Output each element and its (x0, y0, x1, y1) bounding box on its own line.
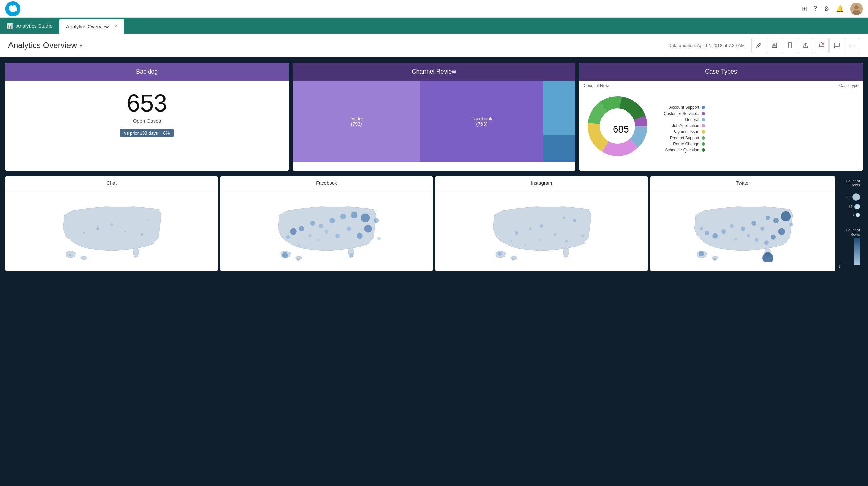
donut-chart: 685 (584, 92, 658, 167)
svg-point-60 (524, 244, 526, 247)
type-label: Case Type (839, 83, 859, 88)
badge-left-text: vs prior 180 days (124, 130, 158, 136)
legend-color-bar-section: Count of Rows 1 (838, 228, 860, 268)
treemap-other1[interactable] (543, 81, 575, 135)
backlog-body: 653 Open Cases vs prior 180 days 0% (5, 81, 289, 147)
twitter-count: (793) (351, 121, 362, 127)
svg-point-18 (81, 256, 87, 260)
legend-general-label: General (685, 117, 699, 122)
legend-customer-service-dot (702, 112, 705, 115)
map-twitter: Twitter (650, 176, 835, 271)
svg-point-17 (822, 43, 824, 45)
legend-value-14: 14 (848, 205, 852, 209)
legend-job-application: Job Application (664, 123, 705, 128)
case-header-row: Count of Rows Case Type (579, 81, 863, 88)
save-button[interactable] (767, 38, 782, 53)
tab-analytics-overview[interactable]: Analytics Overview × (59, 19, 124, 34)
legend-bar-labels: 1 (838, 265, 860, 268)
svg-point-32 (347, 227, 351, 231)
facebook-label: Facebook (471, 116, 492, 121)
case-types-header: Case Types (579, 63, 863, 81)
legend-customer-service: Customer Service... (664, 111, 705, 116)
svg-point-33 (329, 218, 335, 223)
user-avatar[interactable] (850, 3, 863, 15)
treemap-twitter[interactable]: Twitter (793) (293, 81, 420, 162)
grid-icon[interactable]: ⊞ (802, 5, 807, 13)
svg-point-82 (699, 251, 704, 256)
donut-total: 685 (613, 124, 629, 135)
legend-payment-issue-label: Payment Issue (672, 129, 699, 134)
tab-bar: 📊 Analytics Studio Analytics Overview × (0, 18, 868, 34)
map-twitter-body (650, 190, 835, 265)
svg-point-37 (290, 228, 297, 235)
svg-point-71 (741, 227, 745, 231)
legend-color-bar (854, 238, 860, 265)
bell-icon[interactable]: 🔔 (836, 5, 844, 13)
svg-point-4 (14, 7, 17, 11)
notify-button[interactable] (814, 38, 829, 53)
salesforce-logo[interactable] (5, 1, 20, 16)
treemap-other2[interactable] (543, 135, 575, 162)
legend-payment-issue-dot (702, 130, 705, 134)
svg-point-48 (350, 253, 353, 257)
legend-route-change-dot (702, 142, 705, 146)
case-types-legend: Account Support Customer Service... Gene… (664, 105, 705, 154)
backlog-number: 653 (126, 91, 167, 115)
legend-count-rows-label: Count of Rows (838, 179, 860, 187)
more-button[interactable]: ··· (845, 38, 860, 53)
toolbar: Analytics Overview ▾ Data updated: Apr 1… (0, 34, 868, 57)
nav-right: ⊞ ? ⚙ 🔔 (802, 3, 863, 15)
svg-point-72 (730, 224, 734, 228)
clip-button[interactable] (783, 38, 797, 53)
twitter-label: Twitter (350, 116, 363, 121)
legend-row-32: 32 (838, 193, 860, 201)
svg-point-67 (778, 228, 785, 235)
comment-button[interactable] (829, 38, 844, 53)
legend-route-change-label: Route Change (673, 142, 699, 146)
help-icon[interactable]: ? (814, 5, 817, 12)
share-button[interactable] (798, 38, 813, 53)
case-types-widget: Case Types Count of Rows Case Type (579, 63, 863, 171)
title-dropdown[interactable]: ▾ (80, 42, 82, 49)
svg-point-81 (700, 227, 703, 230)
backlog-widget: Backlog 653 Open Cases vs prior 180 days… (5, 63, 289, 171)
svg-point-44 (297, 244, 300, 247)
legend-route-change: Route Change (664, 142, 705, 146)
svg-point-62 (512, 258, 514, 261)
settings-icon[interactable]: ⚙ (824, 5, 829, 13)
map-legend-panel: Count of Rows 32 14 8 (835, 176, 863, 271)
svg-point-43 (286, 235, 290, 239)
maps-section: Chat (0, 176, 868, 277)
svg-point-27 (361, 213, 370, 222)
legend-payment-issue: Payment Issue (664, 129, 705, 134)
svg-point-46 (282, 252, 288, 258)
svg-point-74 (712, 233, 718, 238)
map-facebook: Facebook (220, 176, 433, 271)
channel-review-body: Twitter (793) Facebook (763) (293, 81, 576, 162)
svg-point-70 (751, 221, 756, 226)
svg-point-75 (705, 231, 709, 235)
legend-circle-14 (854, 204, 860, 209)
legend-value-8: 8 (852, 213, 854, 217)
legend-schedule-question: Schedule Question (664, 148, 705, 153)
tab-analytics-studio[interactable]: 📊 Analytics Studio (0, 18, 59, 34)
tab-close-button[interactable]: × (114, 24, 117, 29)
treemap-facebook[interactable]: Facebook (763) (420, 81, 544, 162)
svg-point-55 (515, 231, 518, 235)
main-content: Backlog 653 Open Cases vs prior 180 days… (0, 57, 868, 486)
edit-button[interactable] (751, 38, 766, 53)
svg-point-77 (755, 238, 758, 242)
treemap-right (543, 81, 575, 162)
toolbar-left: Analytics Overview ▾ (8, 41, 82, 50)
svg-point-64 (781, 211, 791, 221)
svg-point-24 (147, 220, 149, 221)
donut-center: 685 (613, 124, 629, 135)
svg-point-28 (351, 211, 358, 218)
us-map-twitter (653, 193, 833, 262)
legend-general: General (664, 117, 705, 122)
svg-rect-9 (773, 43, 775, 45)
svg-point-35 (310, 221, 315, 226)
channel-review-header: Channel Review (293, 63, 576, 81)
svg-point-42 (374, 218, 379, 223)
legend-general-dot (702, 118, 705, 121)
